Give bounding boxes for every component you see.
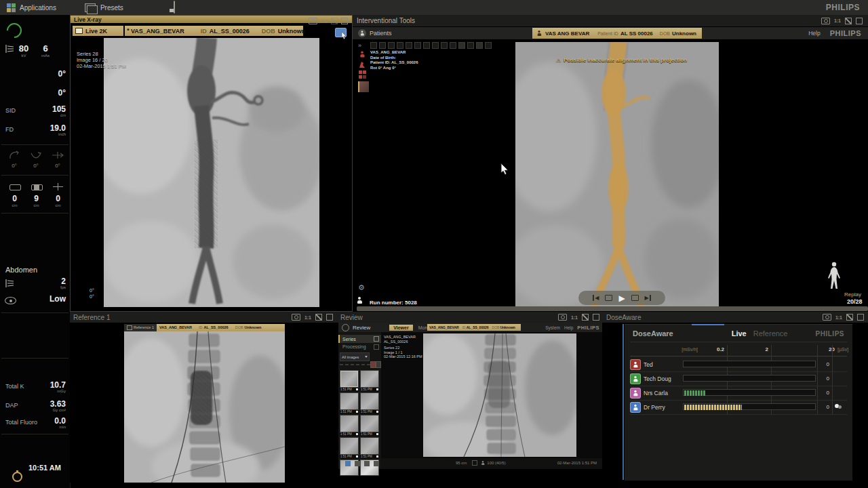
expand-icon[interactable] (315, 314, 322, 321)
fluoro-flavor-value[interactable]: Low (50, 294, 66, 304)
one-to-one-icon[interactable]: 1:1 (835, 315, 842, 320)
snapshot-icon[interactable] (823, 314, 831, 321)
toolbar-icon[interactable] (432, 42, 439, 49)
patients-button[interactable]: Patients (358, 29, 392, 37)
doseaware-window: DoseAware Live Reference PHILIPS [mSv/h]… (625, 324, 852, 481)
back-icon[interactable] (342, 324, 349, 331)
expand-icon[interactable] (846, 314, 853, 321)
toolbar-icon[interactable] (450, 42, 456, 49)
doseaware-titlebar[interactable]: DoseAware 1:1 (604, 312, 868, 323)
one-to-one-icon[interactable]: 1:1 (571, 315, 578, 320)
toolbar-icon[interactable] (379, 42, 386, 49)
delete-icon[interactable] (374, 461, 379, 466)
system-menu[interactable]: System (545, 325, 560, 330)
series-thumbnail[interactable]: 1:51 PM (360, 415, 379, 436)
help-button[interactable]: Help (808, 30, 820, 37)
filter-button-2[interactable] (376, 361, 381, 368)
beam-icon (5, 45, 14, 53)
series-thumbnail[interactable]: 1:51 PM (360, 392, 379, 413)
reference-titlebar[interactable]: Reference 1 1:1 (70, 312, 337, 323)
snapshot-icon[interactable] (292, 314, 300, 321)
gear-icon[interactable]: ⚙ (358, 283, 365, 292)
maximize-icon[interactable] (341, 18, 348, 24)
review-app-button[interactable]: Review (353, 325, 370, 331)
protocol-label[interactable]: Abdomen (5, 266, 37, 274)
help-menu[interactable]: Help (564, 325, 573, 330)
iv-3d-overlay-image[interactable] (515, 42, 719, 306)
sidebar-expand-chevrons[interactable]: » (358, 42, 361, 49)
viewer-tab[interactable]: Viewer (389, 325, 412, 331)
step-back-button[interactable] (605, 295, 612, 301)
expand-icon[interactable] (582, 314, 589, 321)
series-thumbnail[interactable]: 1:51 PM (340, 392, 359, 413)
print-icon[interactable] (355, 461, 360, 466)
snapshot-icon[interactable] (821, 18, 830, 24)
live-2k-tab[interactable]: Live 2K (73, 26, 123, 36)
snapshot-icon[interactable] (309, 18, 317, 24)
review-image[interactable] (423, 333, 576, 457)
one-to-one-icon[interactable]: 1:1 (304, 315, 311, 320)
export-icon[interactable] (345, 461, 351, 466)
kv-value[interactable]: 80 (16, 43, 31, 54)
expand-icon[interactable] (331, 18, 338, 24)
processing-nav-item[interactable]: Processing (338, 343, 381, 350)
patient-id-label: ID (462, 325, 466, 330)
toolbar-icon[interactable] (423, 42, 430, 49)
series-nav-item[interactable]: Series (338, 335, 381, 343)
patient-dob: Unknown (278, 28, 306, 35)
reference-tab[interactable]: Reference 1 (124, 324, 157, 331)
reference-image[interactable] (124, 331, 285, 483)
maximize-icon[interactable] (856, 18, 863, 24)
expand-icon[interactable] (845, 18, 852, 24)
maximize-icon[interactable] (857, 314, 864, 321)
archive-icon[interactable] (364, 461, 370, 466)
grid-marker-icon[interactable] (358, 70, 366, 79)
review-titlebar[interactable]: Review 1:1 (337, 312, 604, 323)
patient-marker-icon[interactable] (358, 50, 366, 58)
next-run-button[interactable]: ▶ (645, 295, 651, 301)
maximize-icon[interactable] (326, 314, 333, 321)
series-thumbnail[interactable]: 1:51 PM (340, 415, 359, 436)
series-thumbnail[interactable]: 1:51 PM (360, 370, 379, 391)
active-tab-accent (692, 324, 724, 325)
prev-run-button[interactable]: ◀ (593, 295, 599, 301)
toolbar-icon[interactable] (414, 42, 421, 49)
toolbar-icon[interactable] (441, 42, 448, 49)
toolbar-icon[interactable] (370, 42, 377, 49)
toolbar-icon[interactable] (476, 42, 483, 49)
tab-reference[interactable]: Reference (753, 329, 788, 338)
toolbar-icon[interactable] (406, 42, 412, 49)
toolbar-icon[interactable] (458, 42, 465, 49)
interventional-titlebar[interactable]: Interventional Tools 1:1 (353, 15, 868, 27)
toolbar-icon[interactable] (485, 42, 492, 49)
one-to-one-icon[interactable]: 1:1 (834, 18, 841, 23)
screen-copy-button[interactable] (174, 1, 175, 14)
iv-scrollbar[interactable] (357, 306, 868, 311)
maximize-icon[interactable] (593, 314, 599, 321)
series-thumbnail[interactable]: 1:51 PM (360, 437, 379, 458)
toolbar-icon[interactable] (467, 42, 474, 49)
staff-avatar (630, 388, 641, 399)
interventional-title: Interventional Tools (357, 17, 415, 24)
mas-value[interactable]: 6 (38, 43, 53, 54)
tool-marker-icon[interactable] (358, 60, 366, 68)
fps-value[interactable]: 2 (61, 277, 66, 286)
active-run-thumbnail[interactable] (358, 81, 369, 92)
live-xray-image[interactable] (104, 38, 319, 307)
snapshot-icon[interactable] (558, 314, 567, 321)
tab-live[interactable]: Live (732, 329, 747, 338)
series-thumbnail[interactable]: 1:51 PM (340, 437, 359, 458)
series-thumbnail[interactable]: 1:51 PM (340, 370, 359, 391)
play-button[interactable]: ▶ (618, 293, 625, 303)
applications-menu[interactable]: Applications (7, 3, 56, 12)
toolbar-icon[interactable] (397, 42, 403, 49)
one-to-one-icon[interactable]: 1:1 (321, 19, 328, 24)
presets-menu[interactable]: Presets (85, 3, 123, 12)
fps-beam-icon (5, 279, 14, 287)
all-images-dropdown[interactable]: All images (340, 352, 370, 361)
dose-badge-icon[interactable] (835, 403, 843, 410)
toolbar-icon[interactable] (388, 42, 395, 49)
step-forward-button[interactable] (631, 295, 639, 301)
mas-unit: mAs (38, 54, 53, 58)
filter-button-1[interactable] (370, 361, 376, 368)
